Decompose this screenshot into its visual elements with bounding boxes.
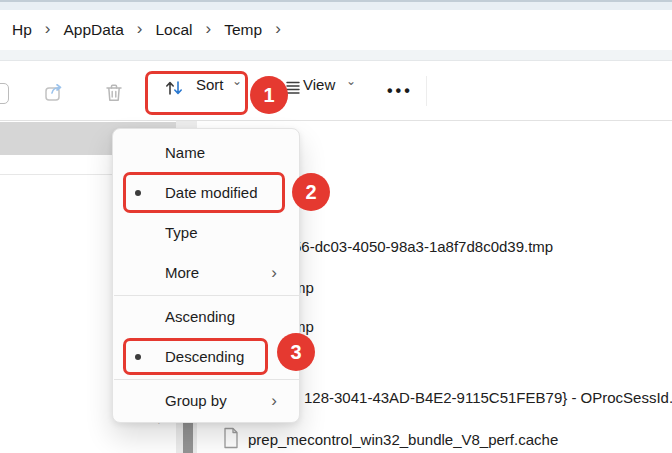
file-row[interactable]: prep_mecontrol_win32_bundle_V8_perf.cach… xyxy=(248,431,558,448)
file-row[interactable]: 128-3041-43AD-B4E2-9115C51FEB79} - OProc… xyxy=(304,389,672,406)
annotation-box-date-modified xyxy=(123,172,285,213)
scrollbar-thumb[interactable] xyxy=(183,420,193,453)
breadcrumb-item-appdata[interactable]: AppData xyxy=(60,19,128,41)
toolbar-divider xyxy=(426,76,427,106)
clipped-toolbar-icon xyxy=(0,83,9,104)
menu-item-name[interactable]: Name xyxy=(113,133,299,173)
file-explorer-window: Hp › AppData › Local › Temp › xyxy=(0,0,672,453)
chevron-right-icon: › xyxy=(197,19,221,42)
breadcrumb: Hp › AppData › Local › Temp › xyxy=(0,10,672,50)
menu-item-label: Group by xyxy=(165,381,227,421)
menu-item-group-by[interactable]: Group by › xyxy=(113,381,299,421)
menu-item-ascending[interactable]: Ascending xyxy=(113,297,299,337)
chevron-right-icon: › xyxy=(36,19,60,42)
menu-separator xyxy=(114,379,299,380)
annotation-box-descending xyxy=(123,338,268,375)
annotation-step-2-badge: 2 xyxy=(292,173,330,211)
annotation-step-3-badge: 3 xyxy=(277,333,315,371)
window-top-strip xyxy=(0,0,672,10)
chevron-right-icon[interactable]: › xyxy=(266,19,290,42)
command-toolbar: Sort ⌄ View ⌄ ••• xyxy=(0,61,672,121)
menu-item-more[interactable]: More › xyxy=(113,253,299,293)
chevron-down-icon: ⌄ xyxy=(346,74,356,88)
breadcrumb-item-temp[interactable]: Temp xyxy=(220,19,266,41)
annotation-box-sort xyxy=(145,71,248,115)
see-more-button[interactable]: ••• xyxy=(387,82,413,100)
menu-item-label: Type xyxy=(165,213,198,253)
file-icon xyxy=(222,427,240,449)
share-icon[interactable] xyxy=(42,81,66,105)
chevron-right-icon: › xyxy=(271,381,277,421)
breadcrumb-toolbar-divider xyxy=(0,50,672,61)
breadcrumb-item-local[interactable]: Local xyxy=(152,19,197,41)
menu-item-type[interactable]: Type xyxy=(113,213,299,253)
chevron-right-icon: › xyxy=(128,19,152,42)
breadcrumb-item-hp[interactable]: Hp xyxy=(8,19,36,41)
menu-item-label: Name xyxy=(165,133,205,173)
menu-item-label: More xyxy=(165,253,199,293)
file-row[interactable]: 56-dc03-4050-98a3-1a8f7d8c0d39.tmp xyxy=(293,238,553,255)
annotation-step-1-badge: 1 xyxy=(250,76,288,114)
view-button-label: View xyxy=(303,76,335,93)
view-button[interactable]: View ⌄ xyxy=(282,67,362,105)
menu-separator xyxy=(114,295,299,296)
menu-item-label: Ascending xyxy=(165,297,235,337)
chevron-right-icon: › xyxy=(271,253,277,293)
delete-icon[interactable] xyxy=(102,81,126,105)
